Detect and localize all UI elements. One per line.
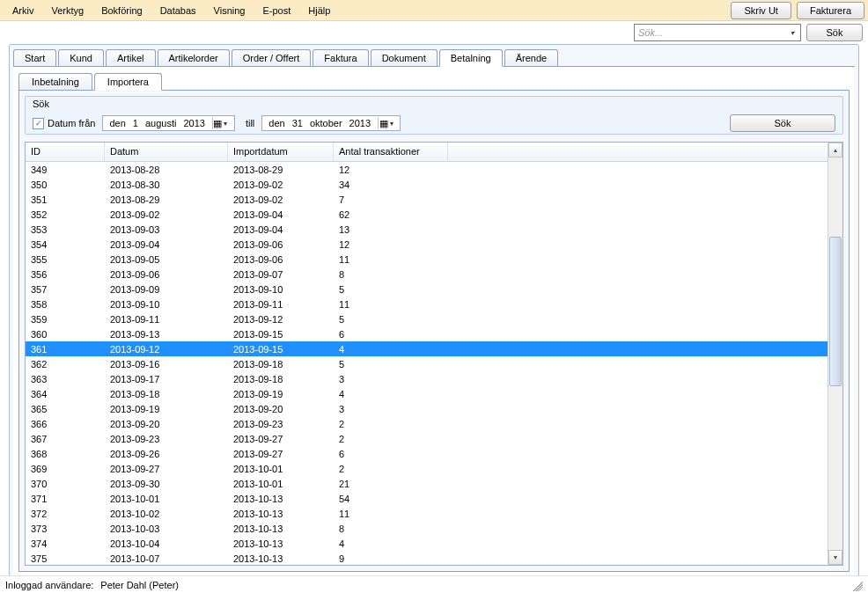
date-from-checkbox[interactable]: ✓ xyxy=(33,118,44,129)
cell: 2013-10-04 xyxy=(105,538,228,549)
main-tab-content: InbetalningImportera Öppna Fil Sök ✓ Dat… xyxy=(13,66,855,580)
cell: 352 xyxy=(26,209,105,220)
menu-bokföring[interactable]: Bokföring xyxy=(92,3,151,18)
tab-artikelorder[interactable]: Artikelorder xyxy=(158,49,230,67)
cell: 2013-08-29 xyxy=(105,194,228,205)
table-row[interactable]: 3642013-09-182013-09-194 xyxy=(26,386,828,401)
date-from-input[interactable]: den 1 augusti 2013 ▦ xyxy=(102,115,234,131)
scroll-thumb[interactable] xyxy=(829,237,842,386)
status-label: Inloggad användare: xyxy=(5,580,93,590)
column-header-id[interactable]: ID xyxy=(26,143,105,161)
table-row[interactable]: 3732013-10-032013-10-138 xyxy=(26,521,828,536)
table-row[interactable]: 3522013-09-022013-09-0462 xyxy=(26,207,828,222)
cell: 21 xyxy=(334,479,448,489)
cell: 374 xyxy=(26,538,105,549)
grid-scrollbar[interactable]: ▴ ▾ xyxy=(828,143,842,565)
menu-e-post[interactable]: E-post xyxy=(254,3,300,18)
cell: 2013-09-07 xyxy=(228,269,334,280)
cell: 2013-09-23 xyxy=(228,419,334,429)
sub-tabstrip: InbetalningImportera xyxy=(13,67,855,90)
column-header-import[interactable]: Importdatum xyxy=(228,143,334,161)
search-button[interactable]: Sök xyxy=(730,114,835,132)
table-row[interactable]: 3622013-09-162013-09-185 xyxy=(26,356,828,371)
subtab-inbetalning[interactable]: Inbetalning xyxy=(18,73,92,91)
cell: 4 xyxy=(334,344,448,355)
menu-databas[interactable]: Databas xyxy=(151,3,205,18)
cell: 2013-09-23 xyxy=(105,434,228,444)
cell: 12 xyxy=(334,165,448,175)
cell: 3 xyxy=(334,404,448,414)
table-row[interactable]: 3672013-09-232013-09-272 xyxy=(26,431,828,446)
table-row[interactable]: 3752013-10-072013-10-139 xyxy=(26,551,828,565)
cell: 2013-09-15 xyxy=(228,329,334,340)
tab-faktura[interactable]: Faktura xyxy=(313,49,368,67)
resize-grip-icon[interactable] xyxy=(850,579,863,591)
cell: 368 xyxy=(26,449,105,459)
global-search-input[interactable]: Sök... ▾ xyxy=(634,24,801,41)
table-row[interactable]: 3572013-09-092013-09-105 xyxy=(26,282,828,296)
cell: 354 xyxy=(26,239,105,250)
status-bar: Inloggad användare: Peter Dahl (Peter) xyxy=(0,575,868,593)
tab-start[interactable]: Start xyxy=(13,49,56,67)
table-row[interactable]: 3712013-10-012013-10-1354 xyxy=(26,491,828,506)
calendar-icon[interactable]: ▦ xyxy=(378,117,394,129)
table-row[interactable]: 3662013-09-202013-09-232 xyxy=(26,416,828,431)
cell: 4 xyxy=(334,538,448,549)
global-search-button[interactable]: Sök xyxy=(806,24,863,41)
cell: 4 xyxy=(334,389,448,399)
menu-visning[interactable]: Visning xyxy=(205,3,254,18)
menu-verktyg[interactable]: Verktyg xyxy=(42,3,92,18)
tab-dokument[interactable]: Dokument xyxy=(371,49,438,67)
tab--rende[interactable]: Ärende xyxy=(504,49,558,67)
sub-tab-content: Öppna Fil Sök ✓ Datum från den 1 augusti… xyxy=(18,90,850,572)
cell: 363 xyxy=(26,374,105,384)
chevron-down-icon[interactable]: ▾ xyxy=(786,26,798,39)
tab-order-offert[interactable]: Order / Offert xyxy=(232,49,312,67)
table-row[interactable]: 3552013-09-052013-09-0611 xyxy=(26,252,828,267)
main-tab-container: StartKundArtikelArtikelorderOrder / Offe… xyxy=(9,44,859,586)
cell: 2 xyxy=(334,464,448,474)
table-row[interactable]: 3562013-09-062013-09-078 xyxy=(26,267,828,282)
column-header-antal[interactable]: Antal transaktioner xyxy=(334,143,448,161)
table-row[interactable]: 3542013-09-042013-09-0612 xyxy=(26,237,828,252)
tab-kund[interactable]: Kund xyxy=(58,49,104,67)
cell: 2013-10-07 xyxy=(105,553,228,564)
table-row[interactable]: 3612013-09-122013-09-154 xyxy=(26,341,828,356)
cell: 2013-09-12 xyxy=(105,344,228,355)
print-button[interactable]: Skriv Ut xyxy=(731,2,791,19)
table-row[interactable]: 3692013-09-272013-10-012 xyxy=(26,461,828,476)
table-row[interactable]: 3532013-09-032013-09-0413 xyxy=(26,222,828,237)
table-row[interactable]: 3592013-09-112013-09-125 xyxy=(26,311,828,326)
cell: 2013-09-12 xyxy=(228,314,334,325)
table-row[interactable]: 3652013-09-192013-09-203 xyxy=(26,401,828,416)
tab-artikel[interactable]: Artikel xyxy=(106,49,156,67)
table-row[interactable]: 3682013-09-262013-09-276 xyxy=(26,446,828,461)
cell: 2013-09-10 xyxy=(228,284,334,295)
menu-arkiv[interactable]: Arkiv xyxy=(4,3,42,18)
scroll-track[interactable] xyxy=(828,157,842,550)
cell: 2013-09-11 xyxy=(105,314,228,325)
column-header-datum[interactable]: Datum xyxy=(105,143,228,161)
scroll-down-icon[interactable]: ▾ xyxy=(828,550,842,565)
table-row[interactable]: 3722013-10-022013-10-1311 xyxy=(26,506,828,521)
menu-hjälp[interactable]: Hjälp xyxy=(299,3,339,18)
calendar-icon[interactable]: ▦ xyxy=(212,117,228,129)
cell: 364 xyxy=(26,389,105,399)
cell: 11 xyxy=(334,254,448,265)
table-row[interactable]: 3742013-10-042013-10-134 xyxy=(26,536,828,551)
table-row[interactable]: 3582013-09-102013-09-1111 xyxy=(26,296,828,311)
cell: 353 xyxy=(26,224,105,235)
table-row[interactable]: 3602013-09-132013-09-156 xyxy=(26,326,828,341)
table-row[interactable]: 3502013-08-302013-09-0234 xyxy=(26,177,828,192)
table-row[interactable]: 3632013-09-172013-09-183 xyxy=(26,371,828,386)
table-row[interactable]: 3512013-08-292013-09-027 xyxy=(26,192,828,207)
subtab-importera[interactable]: Importera xyxy=(94,73,162,91)
cell: 2013-10-03 xyxy=(105,523,228,534)
table-row[interactable]: 3492013-08-282013-08-2912 xyxy=(26,162,828,177)
tab-betalning[interactable]: Betalning xyxy=(439,49,503,67)
scroll-up-icon[interactable]: ▴ xyxy=(828,143,842,157)
date-to-input[interactable]: den 31 oktober 2013 ▦ xyxy=(261,115,401,131)
table-row[interactable]: 3702013-09-302013-10-0121 xyxy=(26,476,828,491)
invoice-button[interactable]: Fakturera xyxy=(797,2,864,19)
cell: 366 xyxy=(26,419,105,429)
